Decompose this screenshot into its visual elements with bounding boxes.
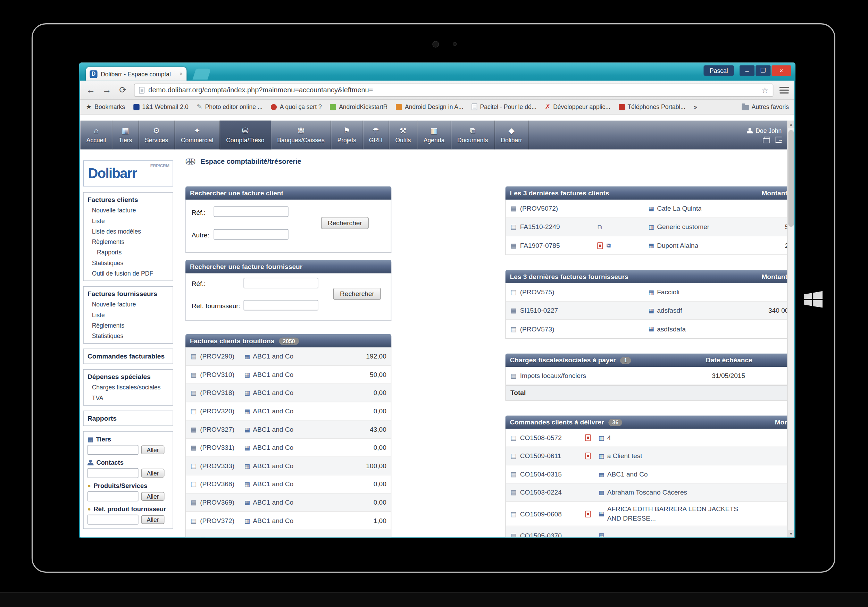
menu-section-title[interactable]: Commandes facturables [84, 351, 173, 361]
charge-link[interactable]: Impots locaux/fonciers [520, 372, 586, 379]
sidebar-item[interactable]: Charges fiscales/sociales [84, 382, 173, 392]
invoice-ref-link[interactable]: (PROV331) [200, 444, 245, 452]
tab-close-icon[interactable]: × [180, 71, 183, 77]
bookmark-item[interactable]: ★Bookmarks [86, 104, 125, 110]
invoice-ref-link[interactable]: (PROV575) [520, 288, 598, 296]
browser-menu-icon[interactable] [780, 87, 789, 93]
nav-tab-services[interactable]: ⚙Services [138, 121, 175, 150]
invoice-ref-link[interactable]: (PROV327) [200, 426, 245, 433]
client-link[interactable]: ABC1 and Co [253, 371, 293, 378]
sidebar-item[interactable]: Outil de fusion de PDF [84, 268, 173, 278]
thirdparty-link[interactable]: adsfasdf [657, 307, 682, 314]
back-icon[interactable]: ← [86, 85, 96, 94]
client-ref-input[interactable] [214, 206, 288, 217]
invoice-ref-link[interactable]: (PROV318) [200, 389, 245, 397]
minimize-button[interactable]: – [739, 65, 755, 76]
thirdparty-link[interactable]: Dupont Alaina [657, 242, 698, 249]
nav-tab-grh[interactable]: ☂GRH [363, 121, 389, 150]
bookmark-item[interactable]: ✎Photo editor online ... [197, 104, 263, 110]
tiers-search-input[interactable] [87, 445, 138, 455]
client-search-button[interactable]: Rechercher [321, 217, 369, 229]
invoice-ref-link[interactable]: (PROV290) [200, 353, 245, 360]
invoice-ref-link[interactable]: FA1907-0785 [520, 242, 598, 249]
products-go-button[interactable]: Aller [141, 492, 164, 501]
order-ref-link[interactable]: CO1509-0608 [520, 510, 585, 517]
bookmark-item[interactable]: A quoi ça sert ? [271, 104, 321, 110]
maximize-button[interactable]: ❐ [755, 65, 770, 76]
client-link[interactable]: ABC1 and Co [253, 353, 293, 360]
sidebar-item[interactable]: Règlements [84, 236, 173, 247]
browser-tab[interactable]: D Dolibarr - Espace comptal × [86, 67, 186, 81]
menu-section-title[interactable]: Dépenses spéciales [84, 372, 173, 382]
url-text[interactable]: demo.dolibarr.org/compta/index.php?mainm… [148, 86, 758, 94]
products-search-input[interactable] [87, 491, 138, 502]
sidebar-item[interactable]: Statistiques [84, 330, 173, 341]
thirdparty-link[interactable]: asdfsdafa [657, 325, 686, 333]
bookmark-item[interactable]: Android Design in A... [396, 104, 463, 110]
sidebar-item[interactable]: Rapports [84, 247, 173, 257]
nav-tab-compta-treso[interactable]: ⛁Compta/Tréso [220, 121, 271, 150]
menu-section-title[interactable]: Factures clients [84, 194, 173, 205]
invoice-ref-link[interactable]: (PROV573) [520, 325, 598, 333]
new-tab-button[interactable] [192, 69, 211, 80]
client-link[interactable]: ABC1 and Co [253, 462, 293, 469]
client-link[interactable]: ABC1 and Co [253, 407, 293, 415]
sidebar-item[interactable]: TVA [84, 392, 173, 403]
order-ref-link[interactable]: CO1508-0572 [520, 434, 585, 441]
bookmark-item[interactable]: 1&1 Webmail 2.0 [133, 104, 189, 110]
sidebar-item[interactable]: Nouvelle facture [84, 205, 173, 215]
nav-tab-accueil[interactable]: ⌂Accueil [80, 121, 113, 150]
order-ref-link[interactable]: CO1504-0315 [520, 470, 585, 478]
nav-tab-dolibarr[interactable]: ◆Dolibarr [495, 121, 529, 150]
sidebar-item[interactable]: Liste des modèles [84, 226, 173, 236]
menu-section-title[interactable]: Rapports [84, 413, 173, 423]
invoice-ref-link[interactable]: FA1510-2249 [520, 223, 598, 231]
invoice-ref-link[interactable]: (PROV320) [200, 407, 245, 415]
invoice-ref-link[interactable]: (PROV5072) [520, 205, 598, 212]
client-link[interactable]: ABC1 and Co [253, 517, 293, 524]
supplier-ref-go-button[interactable]: Aller [141, 515, 164, 524]
bookmark-item[interactable]: Pacitel - Pour le dé... [472, 104, 537, 110]
bookmarks-overflow-chevron[interactable]: » [694, 104, 697, 110]
bookmark-item[interactable]: AndroidKickstartR [330, 104, 388, 110]
nav-tab-banques-caisses[interactable]: ⛃Banques/Caisses [271, 121, 331, 150]
invoice-ref-link[interactable]: (PROV368) [200, 480, 245, 488]
supplier-search-button[interactable]: Rechercher [333, 288, 381, 300]
invoice-ref-link[interactable]: (PROV372) [200, 517, 245, 524]
supplier-ref-input[interactable] [244, 278, 318, 288]
client-link[interactable]: AFRICA EDITH BARRERA LEON JACKETS AND DR… [607, 505, 744, 523]
scroll-down-icon[interactable]: ▼ [788, 530, 794, 537]
nav-tab-documents[interactable]: ⧉Documents [451, 121, 495, 150]
supplier-ref2-input[interactable] [244, 300, 318, 310]
nav-tab-projets[interactable]: ⚑Projets [331, 121, 363, 150]
bookmark-item[interactable]: Téléphones Portabl... [619, 104, 685, 110]
logout-icon[interactable] [776, 137, 782, 143]
sidebar-item[interactable]: Statistiques [84, 257, 173, 268]
supplier-ref-search-input[interactable] [87, 515, 138, 525]
pdf-icon[interactable] [585, 452, 591, 459]
thirdparty-link[interactable]: Faccioli [657, 288, 679, 296]
client-link[interactable]: ABC1 and Co [253, 389, 293, 397]
sidebar-item[interactable]: Règlements [84, 320, 173, 330]
contacts-search-input[interactable] [87, 468, 138, 478]
invoice-ref-link[interactable]: (PROV310) [200, 371, 245, 378]
menu-section-title[interactable]: Factures fournisseurs [84, 288, 173, 299]
sidebar-item[interactable]: Nouvelle facture [84, 299, 173, 309]
clone-icon[interactable]: ⧉ [598, 224, 602, 230]
invoice-ref-link[interactable]: (PROV369) [200, 499, 245, 506]
pdf-icon[interactable] [598, 242, 603, 249]
print-icon[interactable] [763, 138, 770, 143]
invoice-ref-link[interactable]: (PROV333) [200, 462, 245, 469]
nav-tab-commercial[interactable]: ✦Commercial [175, 121, 220, 150]
client-link[interactable]: ABC1 and Co [253, 480, 293, 488]
client-link[interactable]: Abraham Toscano Cáceres [607, 489, 687, 496]
client-link[interactable]: ABC1 and Co [253, 444, 293, 452]
sidebar-item[interactable]: Liste [84, 215, 173, 226]
pdf-icon[interactable] [585, 435, 591, 441]
client-link[interactable]: a Client test [607, 452, 642, 460]
bookmark-item[interactable]: ✗Développeur applic... [545, 104, 611, 110]
client-link[interactable]: ABC1 and Co [253, 499, 293, 506]
forward-icon[interactable]: → [102, 85, 112, 94]
thirdparty-link[interactable]: Generic customer [657, 223, 709, 231]
contacts-go-button[interactable]: Aller [141, 469, 164, 477]
